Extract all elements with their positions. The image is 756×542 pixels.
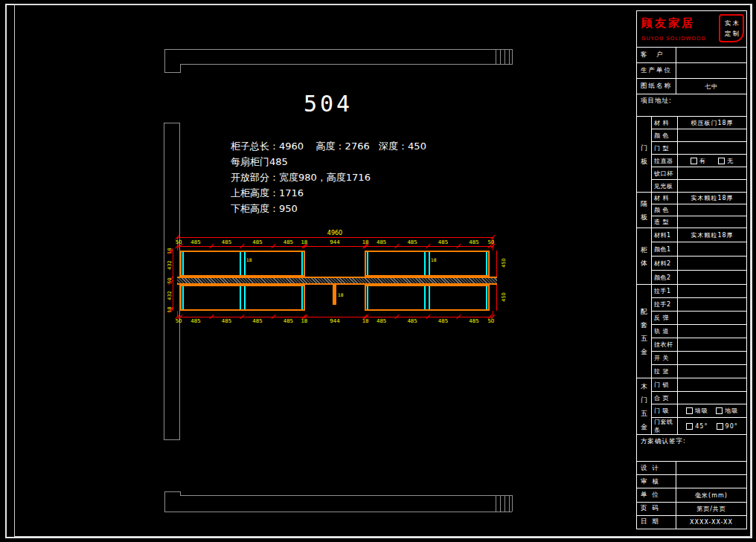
section-row-label: 门 型 bbox=[652, 142, 678, 154]
brand-name: 顾友家居 bbox=[641, 16, 695, 30]
section-rows: 材料1实木颗粒18厚颜色1材料2颜色2 bbox=[652, 228, 746, 284]
dim-line-bottom-chain bbox=[177, 317, 493, 317]
checkbox bbox=[716, 407, 723, 414]
dim-label: 485 bbox=[377, 239, 386, 245]
cabinet-elevation: 4960504854854854851894418485485485485505… bbox=[177, 230, 493, 329]
section-row-label: 拉 篮 bbox=[652, 365, 678, 378]
section-row-label: 铰口杯 bbox=[652, 167, 678, 179]
wall-segment bbox=[180, 64, 512, 65]
side-panel bbox=[301, 286, 303, 309]
footer-row-value bbox=[676, 462, 746, 474]
section-row-label: 见光板 bbox=[652, 180, 678, 192]
spec-section: 隔板材 料实木颗粒18厚颜 色造 型 bbox=[637, 193, 746, 228]
section-row: 拉手2 bbox=[652, 298, 746, 312]
center-divider bbox=[424, 252, 426, 275]
wall-segment bbox=[509, 49, 510, 65]
wall-segment bbox=[180, 491, 181, 496]
section-row-value bbox=[678, 338, 746, 351]
checkbox bbox=[686, 407, 693, 414]
info-row: 客 户 bbox=[637, 48, 746, 63]
dim-label: 485 bbox=[252, 239, 262, 245]
checkbox-label: 地吸 bbox=[725, 407, 738, 415]
checkbox-label: 90° bbox=[725, 423, 738, 430]
dim-label: 485 bbox=[438, 318, 448, 324]
dim-label: 485 bbox=[252, 318, 262, 324]
section-title: 配套五金 bbox=[637, 285, 652, 378]
brand-name-en: GUYOU SOLIDWOOD bbox=[641, 36, 706, 42]
dim-label: 18 bbox=[362, 318, 369, 324]
title-block-header: 顾友家居 GUYOU SOLIDWOOD 实木 定制 bbox=[637, 11, 746, 48]
footer-row-label: 页 码 bbox=[637, 503, 676, 515]
dim-label: 485 bbox=[469, 239, 478, 245]
info-row-value bbox=[676, 63, 746, 78]
spec-section: 柜体材料1实木颗粒18厚颜色1材料2颜色2 bbox=[637, 228, 746, 285]
section-rows: 材 料实木颗粒18厚颜 色造 型 bbox=[652, 193, 746, 228]
footer-row-label: 设 计 bbox=[637, 462, 676, 474]
wall-segment bbox=[164, 72, 181, 73]
wall-segment bbox=[164, 491, 165, 512]
footer-row-label: 审 核 bbox=[637, 475, 676, 488]
center-divider bbox=[240, 252, 241, 275]
section-row: 材料1实木颗粒18厚 bbox=[652, 228, 746, 242]
section-row-label: 门套线条 bbox=[652, 418, 678, 434]
section-row-value bbox=[678, 312, 746, 324]
checkbox bbox=[691, 158, 697, 164]
section-row-value bbox=[678, 167, 746, 179]
wall-segment bbox=[504, 495, 505, 512]
section-row-value bbox=[678, 285, 746, 297]
dim-label: 944 bbox=[330, 318, 339, 324]
section-rows: 门 锁合 页门 吸墙吸地吸门套线条45°90° bbox=[652, 378, 746, 434]
section-row: 门 型 bbox=[652, 142, 746, 155]
panel-thickness-label: 18 bbox=[431, 258, 437, 262]
wall-segment bbox=[164, 512, 512, 512]
cabinet-unit-band bbox=[365, 251, 489, 277]
badge-line-2: 定制 bbox=[725, 28, 743, 39]
dim-label: 485 bbox=[190, 318, 200, 324]
section-title: 门板 bbox=[637, 117, 652, 192]
dim-overall-label: 4960 bbox=[327, 230, 342, 236]
checkbox-option: 墙吸 bbox=[686, 407, 708, 415]
section-row-checks: 墙吸地吸 bbox=[678, 404, 746, 417]
info-row-label: 图纸名称 bbox=[637, 79, 676, 94]
section-row-value bbox=[678, 142, 746, 154]
footer-row-label: 日 期 bbox=[637, 516, 676, 529]
center-divider bbox=[429, 286, 430, 309]
wall-segment bbox=[500, 49, 501, 65]
section-row: 开 关 bbox=[652, 352, 746, 365]
section-row-value bbox=[678, 298, 746, 311]
dim-label: 944 bbox=[330, 239, 339, 245]
section-row-value bbox=[678, 257, 746, 270]
checkbox bbox=[717, 423, 723, 430]
side-panel bbox=[367, 252, 368, 275]
section-row-label: 材 料 bbox=[652, 117, 678, 129]
footer-row-value: 毫米(mm) bbox=[676, 488, 746, 501]
info-row-label: 生产单位 bbox=[637, 63, 676, 78]
section-row: 材料2 bbox=[652, 257, 746, 271]
footer-row: 设 计 bbox=[637, 462, 746, 475]
wall-segment bbox=[509, 495, 510, 512]
section-row: 材 料模压板门18厚 bbox=[652, 117, 746, 129]
spec-section: 配套五金拉手1拉手2反 弹轨 道挂衣杆开 关拉 篮 bbox=[637, 285, 746, 378]
section-row-label: 材料1 bbox=[652, 228, 678, 242]
room-number: 504 bbox=[304, 91, 353, 117]
side-panel bbox=[486, 286, 487, 309]
section-row: 颜色2 bbox=[652, 271, 746, 284]
dim-label: 485 bbox=[284, 239, 293, 245]
section-row-value bbox=[678, 352, 746, 364]
cabinet-unit-band bbox=[365, 285, 489, 311]
checkbox-label: 墙吸 bbox=[695, 407, 708, 415]
witness-line bbox=[177, 311, 178, 317]
section-row: 颜 色 bbox=[652, 129, 746, 142]
spec-text-block: 柜子总长：4960 高度：2766 深度：450每扇柜门485开放部分：宽度98… bbox=[231, 138, 426, 216]
center-divider bbox=[244, 286, 246, 309]
center-divider bbox=[244, 252, 246, 275]
section-row: 门 吸墙吸地吸 bbox=[652, 404, 746, 418]
section-row-label: 合 页 bbox=[652, 392, 678, 404]
wall-segment bbox=[164, 439, 180, 440]
dim-label: 485 bbox=[469, 318, 478, 324]
title-block-body: 客 户生产单位图纸名称七中项目地址:门板材 料模压板门18厚颜 色门 型拉直器有… bbox=[637, 48, 746, 529]
section-row-value: 实木颗粒18厚 bbox=[678, 193, 746, 204]
wall-segment bbox=[180, 495, 512, 496]
section-row: 造 型 bbox=[652, 216, 746, 228]
spec-line: 每扇柜门485 bbox=[231, 154, 426, 170]
